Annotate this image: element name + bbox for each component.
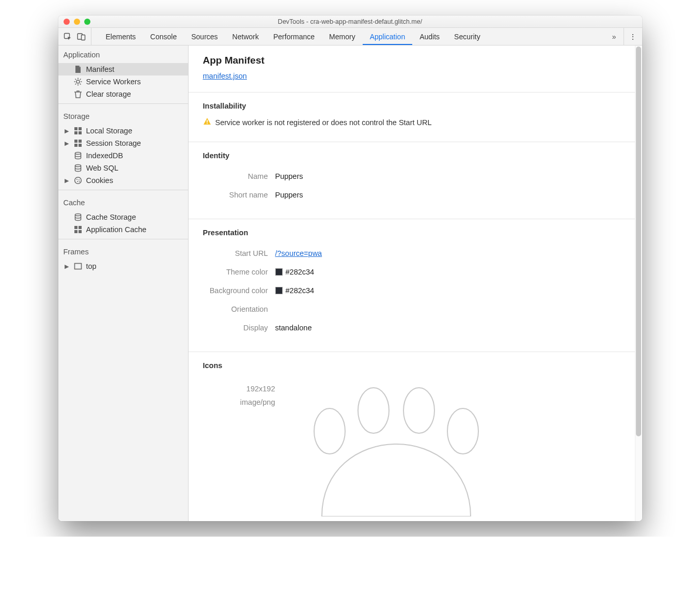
grid-icon xyxy=(74,225,82,234)
sidebar-item-session-storage[interactable]: ▶Session Storage xyxy=(58,137,188,149)
scrollbar-thumb[interactable] xyxy=(636,47,641,436)
sidebar-item-label: IndexedDB xyxy=(86,151,123,160)
sidebar-item-cookies[interactable]: ▶Cookies xyxy=(58,174,188,187)
installability-warning: Service worker is not registered or does… xyxy=(203,117,628,127)
field-value: #282c34 xyxy=(275,286,315,295)
svg-rect-30 xyxy=(74,230,77,233)
tab-audits[interactable]: Audits xyxy=(412,28,447,45)
section-title: Identity xyxy=(203,151,628,160)
warning-text: Service worker is not registered or does… xyxy=(215,118,432,127)
manifest-file-link[interactable]: manifest.json xyxy=(203,72,247,80)
color-swatch xyxy=(275,287,283,294)
svg-rect-31 xyxy=(79,230,82,233)
svg-line-11 xyxy=(80,79,81,80)
sidebar-item-service-workers[interactable]: Service Workers xyxy=(58,75,188,88)
field-label: Theme color xyxy=(203,268,275,276)
section-presentation: Presentation Start URL/?source=pwa Theme… xyxy=(189,219,642,340)
page-title: App Manifest xyxy=(203,55,628,66)
svg-rect-28 xyxy=(74,226,77,229)
svg-point-24 xyxy=(79,179,80,180)
svg-point-26 xyxy=(79,181,80,182)
scrollbar[interactable] xyxy=(635,45,642,521)
svg-rect-12 xyxy=(74,127,77,130)
sidebar-separator xyxy=(58,103,188,104)
svg-line-10 xyxy=(75,84,76,85)
paw-icon xyxy=(286,382,513,516)
devtools-window: DevTools - cra-web-app-manifest-defaut.g… xyxy=(58,16,642,521)
sidebar-item-clear-storage[interactable]: Clear storage xyxy=(58,88,188,100)
svg-point-36 xyxy=(358,388,389,433)
device-toggle-icon[interactable] xyxy=(77,33,86,41)
db-icon xyxy=(74,213,82,221)
expand-triangle-icon: ▶ xyxy=(65,140,70,147)
window-titlebar: DevTools - cra-web-app-manifest-defaut.g… xyxy=(58,16,642,28)
start-url-link[interactable]: /?source=pwa xyxy=(275,249,322,257)
sidebar-separator xyxy=(58,190,188,190)
sidebar-item-label: Application Cache xyxy=(86,225,147,234)
svg-point-27 xyxy=(75,214,81,216)
tab-application[interactable]: Application xyxy=(363,28,413,45)
field-value: Puppers xyxy=(275,172,303,180)
field-label: Display xyxy=(203,324,275,332)
sidebar-item-label: Cache Storage xyxy=(86,213,136,221)
section-title: Installability xyxy=(203,102,628,110)
field-value: standalone xyxy=(275,324,312,332)
section-identity: Identity NamePuppers Short namePuppers xyxy=(189,142,642,207)
zoom-window-button[interactable] xyxy=(84,19,90,25)
svg-point-35 xyxy=(314,408,345,454)
svg-rect-18 xyxy=(74,144,77,147)
sidebar-item-label: Clear storage xyxy=(86,90,131,98)
close-window-button[interactable] xyxy=(64,19,70,25)
section-installability: Installability Service worker is not reg… xyxy=(189,92,642,130)
field-value: Puppers xyxy=(275,191,303,199)
sidebar-item-label: Manifest xyxy=(86,65,115,73)
sidebar-separator xyxy=(58,239,188,239)
tab-memory[interactable]: Memory xyxy=(322,28,363,45)
tab-security[interactable]: Security xyxy=(447,28,488,45)
expand-triangle-icon: ▶ xyxy=(65,263,70,270)
db-icon xyxy=(74,151,82,160)
sidebar-item-cache-storage[interactable]: Cache Storage xyxy=(58,211,188,223)
sidebar-item-local-storage[interactable]: ▶Local Storage xyxy=(58,125,188,137)
sidebar-item-manifest[interactable]: Manifest xyxy=(58,63,188,75)
gear-icon xyxy=(74,78,82,86)
file-icon xyxy=(74,65,82,73)
svg-point-23 xyxy=(76,179,77,180)
tab-performance[interactable]: Performance xyxy=(266,28,322,45)
field-label: Orientation xyxy=(203,305,275,313)
inspect-icon[interactable] xyxy=(64,33,72,41)
application-sidebar: ApplicationManifestService WorkersClear … xyxy=(58,45,189,521)
minimize-window-button[interactable] xyxy=(74,19,80,25)
tab-elements[interactable]: Elements xyxy=(99,28,143,45)
grid-icon xyxy=(74,127,82,135)
tab-console[interactable]: Console xyxy=(143,28,184,45)
tab-sources[interactable]: Sources xyxy=(184,28,225,45)
field-label: Name xyxy=(203,172,275,180)
svg-point-22 xyxy=(74,177,81,184)
field-label: Start URL xyxy=(203,249,275,257)
tab-network[interactable]: Network xyxy=(225,28,266,45)
svg-point-25 xyxy=(77,181,78,182)
sidebar-item-top[interactable]: ▶top xyxy=(58,260,188,272)
kebab-menu-button[interactable]: ⋮ xyxy=(624,28,642,45)
sidebar-item-web-sql[interactable]: Web SQL xyxy=(58,162,188,174)
svg-line-8 xyxy=(75,79,76,80)
svg-point-38 xyxy=(447,408,478,454)
more-tabs-button[interactable]: » xyxy=(605,28,624,45)
warning-icon xyxy=(203,117,211,127)
expand-triangle-icon: ▶ xyxy=(65,177,70,184)
panel-body: ApplicationManifestService WorkersClear … xyxy=(58,45,642,521)
sidebar-item-application-cache[interactable]: Application Cache xyxy=(58,223,188,236)
svg-rect-15 xyxy=(79,131,82,134)
expand-triangle-icon: ▶ xyxy=(65,128,70,134)
svg-rect-2 xyxy=(81,35,85,40)
sidebar-item-label: Service Workers xyxy=(86,78,141,86)
sidebar-item-indexeddb[interactable]: IndexedDB xyxy=(58,149,188,162)
devtools-tabstrip: ElementsConsoleSourcesNetworkPerformance… xyxy=(58,28,642,45)
svg-point-21 xyxy=(75,165,81,167)
section-icons: Icons 192x192 image/png xyxy=(189,352,642,520)
cookie-icon xyxy=(74,176,82,185)
section-title: Icons xyxy=(203,361,628,370)
svg-rect-17 xyxy=(79,140,82,143)
icon-mime: image/png xyxy=(203,395,275,409)
